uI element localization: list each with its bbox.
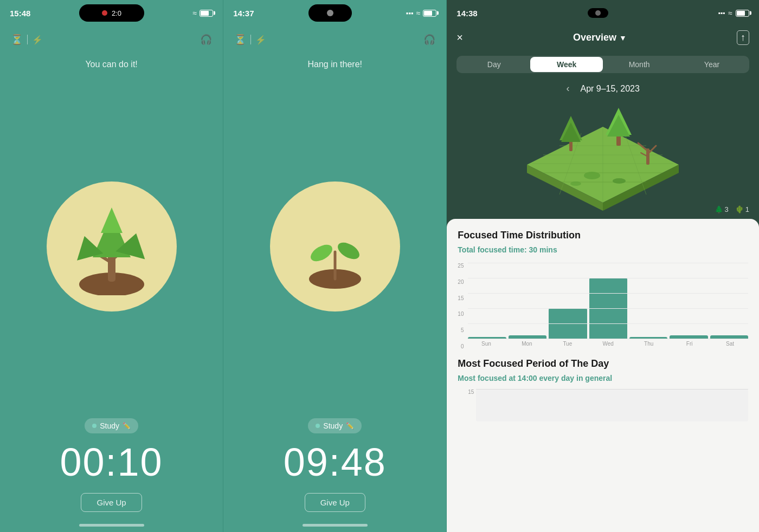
grid-line-5 (468, 323, 748, 324)
chart-grid-area (468, 263, 748, 339)
x-label-tue: Tue (549, 341, 586, 347)
y-label-15: 15 (458, 295, 464, 301)
left-plant-circle (47, 181, 177, 312)
signal-icon: ▪▪▪ (406, 9, 414, 17)
divider-mid (250, 35, 251, 44)
tree-count: 🌲 3 (715, 205, 729, 213)
left-status-time: 15:48 (10, 9, 30, 18)
left-plant-container (0, 75, 223, 418)
left-edit-icon[interactable]: ✏️ (123, 422, 131, 430)
period-tabs: Day Week Month Year (456, 56, 749, 73)
right-notch (588, 8, 608, 18)
middle-status-time: 14:37 (233, 9, 254, 18)
left-study-label: Study (100, 421, 119, 430)
forest-counters: 🌲 3 🌵 1 (715, 205, 749, 213)
grid-line-10 (468, 308, 748, 309)
tab-week[interactable]: Week (530, 57, 603, 72)
middle-give-up-area: Give Up (223, 486, 446, 521)
left-status-icons: ≈ (192, 9, 213, 17)
left-phone-panel: 15:48 2:0 ≈ ⏳ ⚡ 🎧 You can do it! (0, 0, 223, 532)
middle-status-bar: 14:37 ▪▪▪ ≈ (223, 0, 446, 24)
total-focused-value: 30 mins (529, 245, 557, 254)
date-range-text: Apr 9–15, 2023 (580, 84, 639, 94)
bar-fri (670, 263, 707, 339)
dead-count-value: 1 (745, 205, 749, 213)
left-study-tag[interactable]: Study ✏️ (85, 418, 138, 433)
most-focused-chart: 15 (458, 389, 748, 421)
x-label-fri: Fri (671, 341, 707, 347)
grid-line-20 (468, 278, 748, 278)
overview-close-button[interactable]: × (456, 31, 463, 44)
x-label-mon: Mon (509, 341, 545, 347)
svg-point-35 (570, 181, 581, 186)
y-label-20: 20 (458, 279, 464, 285)
prev-date-arrow[interactable]: ‹ (566, 83, 569, 94)
svg-marker-7 (101, 207, 123, 233)
left-status-bar: 15:48 2:0 ≈ (0, 0, 223, 24)
bar-chart: 25 20 15 10 5 0 (458, 263, 748, 349)
left-notch: 2:0 (79, 4, 144, 22)
bars-row (468, 263, 748, 339)
middle-big-timer: 09:48 (223, 438, 446, 486)
middle-home-bar (303, 524, 368, 527)
mf-grid-top (476, 389, 748, 390)
left-tag-dot (92, 424, 97, 428)
tree-icon: 🌲 (715, 205, 723, 213)
left-motive-text: You can do it! (0, 51, 223, 75)
middle-study-label: Study (323, 421, 343, 430)
island-dot (102, 10, 107, 16)
right-status-right: ▪▪▪ ≈ (718, 9, 749, 17)
hourglass-icon: ⏳ (11, 34, 23, 46)
middle-phone-panel: 14:37 ▪▪▪ ≈ ⏳ ⚡ 🎧 Hang in there! (223, 0, 447, 532)
svg-point-10 (308, 242, 335, 265)
left-big-timer: 00:10 (0, 438, 223, 486)
most-focused-section: Most Focused Period of The Day Most focu… (458, 358, 748, 421)
middle-timer-icons-row: ⏳ ⚡ 🎧 (223, 28, 446, 51)
overview-share-button[interactable]: ↑ (737, 30, 749, 45)
middle-home-indicator (223, 521, 446, 532)
tab-day[interactable]: Day (458, 57, 530, 72)
middle-give-up-button[interactable]: Give Up (305, 493, 365, 512)
date-nav: ‹ Apr 9–15, 2023 (447, 77, 759, 100)
chart-x-labels: Sun Mon Tue Wed Thu Fri Sat (468, 341, 748, 347)
middle-notch (308, 4, 352, 22)
wifi-icon: ≈ (192, 9, 197, 17)
tab-year[interactable]: Year (676, 57, 748, 72)
middle-study-tag[interactable]: Study ✏️ (308, 418, 362, 433)
middle-motive-text: Hang in there! (223, 51, 446, 75)
right-wifi-icon: ≈ (728, 9, 732, 17)
dead-tree-icon: 🌵 (735, 205, 744, 213)
svg-point-11 (335, 239, 362, 263)
right-battery-fill (737, 11, 745, 16)
left-give-up-button[interactable]: Give Up (81, 493, 141, 512)
left-timer-icons-left: ⏳ ⚡ (11, 34, 43, 46)
bar-mon (509, 263, 546, 339)
lightning-icon: ⚡ (32, 35, 43, 45)
seedling-svg (303, 214, 368, 290)
headphone-icon: 🎧 (200, 34, 212, 46)
hourglass-icon-mid: ⏳ (234, 34, 246, 46)
overview-header: × Overview ▼ ↑ (447, 24, 759, 51)
left-dynamic-island: 2:0 (79, 4, 144, 22)
tree-count-value: 3 (725, 205, 729, 213)
y-label-5: 5 (458, 327, 464, 333)
svg-point-34 (613, 178, 626, 184)
stats-card: Focused Time Distribution Total focused … (447, 219, 759, 532)
wifi-icon-mid: ≈ (416, 9, 421, 17)
battery-icon (200, 10, 213, 17)
middle-edit-icon[interactable]: ✏️ (346, 422, 354, 430)
overview-dropdown-icon[interactable]: ▼ (619, 34, 627, 42)
battery-fill-mid (424, 11, 432, 16)
x-label-wed: Wed (590, 341, 626, 347)
tab-month[interactable]: Month (603, 57, 676, 72)
y-label-10: 10 (458, 311, 464, 317)
divider (27, 35, 28, 44)
right-status-bar: 14:38 ▪▪▪ ≈ (447, 0, 759, 24)
middle-status-icons: ▪▪▪ ≈ (406, 9, 437, 17)
middle-dynamic-island (308, 4, 352, 22)
chart-container: 25 20 15 10 5 0 (458, 263, 748, 349)
island-time: 2:0 (112, 9, 121, 17)
grid-line-15 (468, 293, 748, 294)
mf-y-15: 15 (468, 389, 474, 395)
most-focused-time: 14:00 (518, 374, 537, 382)
